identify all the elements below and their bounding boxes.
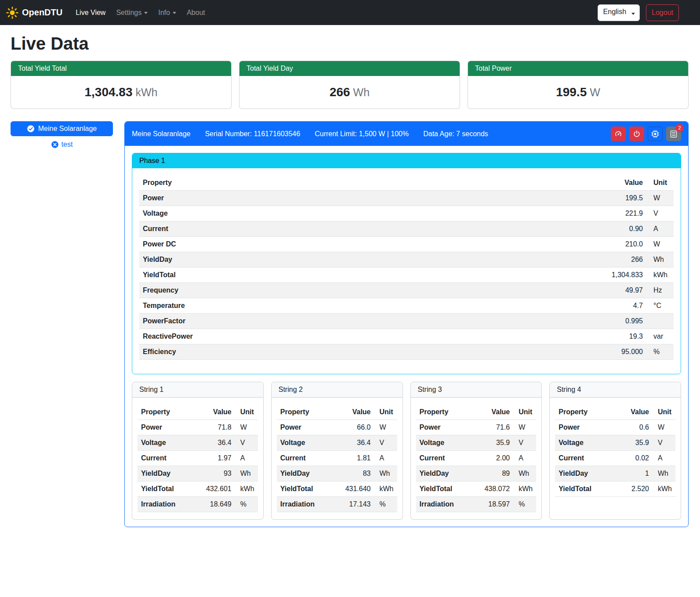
table-row: Irradiation17.143%: [277, 497, 397, 512]
unit-cell: A: [374, 451, 397, 466]
string-table-body: Power71.6WVoltage35.9VCurrent2.00AYieldD…: [416, 420, 537, 512]
unit-cell: var: [646, 329, 674, 344]
string-title: String 1: [132, 382, 263, 398]
logout-button[interactable]: Logout: [646, 4, 679, 21]
string-3-card: String 3 Property Value Unit: [410, 382, 542, 520]
property-cell: Power: [277, 420, 331, 435]
inverter-name: Meine Solaranlage: [132, 130, 190, 138]
table-row: Irradiation18.597%: [416, 497, 537, 512]
sun-icon: [6, 7, 18, 19]
inverter-sidebar: Meine Solaranlage test: [11, 121, 113, 148]
col-value: Value: [615, 405, 653, 420]
nav-settings-dropdown[interactable]: Settings: [111, 5, 153, 20]
table-row: PowerFactor0.995: [139, 314, 674, 329]
sidebar-item-meine-solaranlage[interactable]: Meine Solaranlage: [11, 121, 113, 136]
chevron-down-icon: [144, 12, 148, 14]
property-cell: Temperature: [139, 298, 442, 314]
unit-cell: Wh: [513, 466, 536, 481]
property-cell: Power: [138, 420, 192, 435]
property-cell: Power: [139, 191, 442, 206]
property-cell: Current: [138, 451, 192, 466]
property-cell: YieldDay: [555, 466, 614, 481]
main-container: Live Data Total Yield Total 1,304.83kWh …: [0, 25, 700, 539]
value-cell: 2.520: [615, 481, 653, 497]
nav-info-dropdown[interactable]: Info: [153, 5, 181, 20]
value-cell: 1,304.833: [442, 268, 646, 283]
nav-settings-label: Settings: [116, 9, 141, 17]
event-log-button[interactable]: 2: [666, 127, 681, 141]
unit-cell: A: [653, 451, 675, 466]
value-cell: 0.6: [615, 420, 653, 435]
inverter-data-age: Data Age: 7 seconds: [423, 130, 488, 138]
value-cell: 210.0: [442, 237, 646, 252]
device-info-button[interactable]: [648, 127, 663, 141]
string-title: String 3: [411, 382, 542, 398]
card-title: Total Yield Total: [11, 61, 231, 76]
value-cell: 199.5: [442, 191, 646, 206]
value-cell: 1.81: [331, 451, 374, 466]
unit-cell: V: [374, 435, 397, 451]
table-row: Voltage221.9V: [139, 206, 674, 221]
property-cell: Power: [555, 420, 614, 435]
value-cell: 0.995: [442, 314, 646, 329]
property-cell: YieldTotal: [138, 481, 192, 497]
value-cell: 35.9: [471, 435, 513, 451]
string-body: Property Value Unit Power66.0WVoltage36.…: [272, 398, 403, 512]
property-cell: Irradiation: [277, 497, 331, 512]
col-value: Value: [331, 405, 374, 420]
limit-settings-button[interactable]: [611, 127, 626, 141]
col-value: Value: [471, 405, 513, 420]
unit-cell: V: [235, 435, 258, 451]
property-cell: Irradiation: [138, 497, 192, 512]
table-row: YieldDay83Wh: [277, 466, 397, 481]
unit-cell: A: [235, 451, 258, 466]
inverter-action-buttons: 2: [611, 127, 681, 141]
phase-body: Property Value Unit Power199.5WVoltage22…: [132, 168, 681, 374]
table-row: YieldTotal438.072kWh: [416, 481, 537, 497]
property-cell: Power DC: [139, 237, 442, 252]
value-cell: 49.97: [442, 283, 646, 298]
property-cell: Voltage: [555, 435, 614, 451]
table-row: Power DC210.0W: [139, 237, 674, 252]
language-select[interactable]: English: [598, 4, 640, 21]
property-cell: YieldDay: [139, 252, 442, 268]
col-property: Property: [139, 175, 442, 191]
card-unit: Wh: [353, 86, 370, 98]
unit-cell: Hz: [646, 283, 674, 298]
power-button[interactable]: [629, 127, 644, 141]
sidebar-item-test[interactable]: test: [11, 141, 113, 148]
value-cell: 0.90: [442, 221, 646, 237]
string-body: Property Value Unit Power71.6WVoltage35.…: [411, 398, 542, 512]
value-cell: 0.02: [615, 451, 653, 466]
property-cell: Efficiency: [139, 344, 442, 360]
value-cell: 431.640: [331, 481, 374, 497]
property-cell: YieldTotal: [416, 481, 471, 497]
value-cell: 18.597: [471, 497, 513, 512]
card-body: 266Wh: [239, 76, 460, 109]
table-row: Voltage35.9V: [555, 435, 675, 451]
nav-live-view[interactable]: Live View: [70, 5, 111, 20]
string-title: String 4: [550, 382, 681, 398]
chevron-down-icon: [173, 12, 176, 14]
string-2-card: String 2 Property Value Unit: [271, 382, 403, 520]
table-row: YieldTotal432.601kWh: [138, 481, 258, 497]
cpu-chip-icon: [651, 130, 659, 138]
value-cell: 93: [192, 466, 235, 481]
string-1-card: String 1 Property Value Unit: [132, 382, 264, 520]
nav-about[interactable]: About: [181, 5, 210, 20]
unit-cell: %: [513, 497, 536, 512]
property-cell: YieldTotal: [139, 268, 442, 283]
property-cell: Power: [416, 420, 471, 435]
card-title: Total Power: [468, 61, 688, 76]
brand-logo[interactable]: OpenDTU: [6, 7, 62, 19]
table-header-row: Property Value Unit: [277, 405, 397, 420]
unit-cell: V: [653, 435, 675, 451]
string-body: Property Value Unit Power71.8WVoltage36.…: [132, 398, 263, 512]
navbar: OpenDTU Live View Settings Info About En…: [0, 0, 700, 25]
table-row: YieldDay93Wh: [138, 466, 258, 481]
value-cell: 66.0: [331, 420, 374, 435]
col-property: Property: [416, 405, 471, 420]
string-table: Property Value Unit Power66.0WVoltage36.…: [277, 405, 397, 512]
property-cell: Voltage: [139, 206, 442, 221]
event-count-badge: 2: [675, 124, 684, 132]
